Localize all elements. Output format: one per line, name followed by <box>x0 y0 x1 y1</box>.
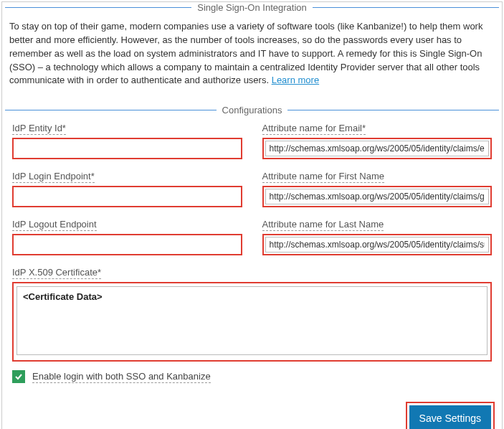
input-attr-last[interactable] <box>265 237 490 253</box>
section-sso: Single Sign-On Integration To stay on to… <box>2 2 502 99</box>
save-button[interactable]: Save Settings <box>409 405 491 429</box>
sso-integration-panel: Single Sign-On Integration To stay on to… <box>1 1 503 429</box>
input-attr-first[interactable] <box>265 189 490 204</box>
label-enable-both[interactable]: Enable login with both SSO and Kanbanize <box>32 371 211 383</box>
label-cert: IdP X.509 Certificate* <box>12 267 101 279</box>
label-attr-first: Attribute name for First Name <box>262 171 385 183</box>
input-idp-entity[interactable] <box>15 141 239 156</box>
label-idp-logout: IdP Logout Endpoint <box>12 219 97 231</box>
intro-text: To stay on top of their game, modern com… <box>2 20 502 99</box>
input-idp-login[interactable] <box>15 189 239 204</box>
check-icon <box>14 372 23 381</box>
label-idp-login: IdP Login Endpoint* <box>12 171 95 183</box>
input-cert[interactable] <box>16 286 488 355</box>
input-idp-logout[interactable] <box>15 237 239 253</box>
section-configurations: Configurations IdP Entity Id* Attribute … <box>2 105 502 395</box>
section-title: Single Sign-On Integration <box>191 2 312 13</box>
config-title: Configurations <box>217 105 288 116</box>
learn-more-link[interactable]: Learn more <box>272 75 319 85</box>
label-idp-entity: IdP Entity Id* <box>12 123 66 135</box>
label-attr-last: Attribute name for Last Name <box>262 219 384 231</box>
input-attr-email[interactable] <box>265 141 490 156</box>
checkbox-enable-both[interactable] <box>12 370 25 383</box>
label-attr-email: Attribute name for Email* <box>262 123 366 135</box>
